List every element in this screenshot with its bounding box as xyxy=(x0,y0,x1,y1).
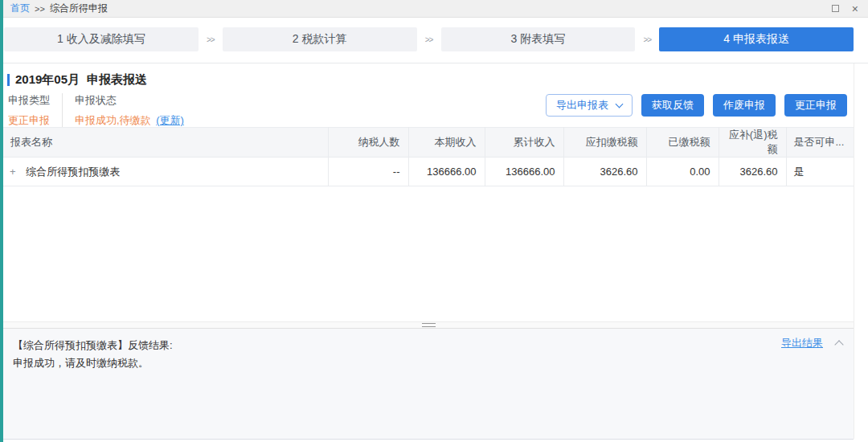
get-feedback-button[interactable]: 获取反馈 xyxy=(641,94,704,117)
close-icon[interactable]: × xyxy=(852,5,858,13)
title-accent-bar xyxy=(7,74,10,86)
collapse-panel-icon[interactable] xyxy=(834,340,843,349)
cell-refund-tax: 3626.60 xyxy=(719,158,786,186)
col-header-paid-tax: 已缴税额 xyxy=(646,128,719,158)
declare-status: 申报状态 申报成功,待缴款 (更新) xyxy=(75,93,184,128)
table-header-row: 报表名称 纳税人数 本期收入 累计收入 应扣缴税额 已缴税额 应补(退)税额 是… xyxy=(3,128,854,158)
expand-row-icon[interactable]: + xyxy=(10,166,16,178)
declare-type: 申报类型 更正申报 xyxy=(8,93,50,128)
panel-splitter[interactable] xyxy=(3,321,854,329)
splitter-grip-icon xyxy=(422,323,436,327)
page-title: 2019年05月 申报表报送 xyxy=(15,72,147,88)
declare-status-text: 申报成功,待缴款 xyxy=(75,114,151,126)
step-separator-icon: >> xyxy=(199,35,223,44)
breadcrumb: 首页 >> 综合所得申报 xyxy=(10,2,108,15)
cell-report-name: + 综合所得预扣预缴表 xyxy=(3,158,328,186)
breadcrumb-current: 综合所得申报 xyxy=(50,2,108,15)
maximize-icon[interactable] xyxy=(832,5,839,12)
step-wizard: 1 收入及减除填写 >> 2 税款计算 >> 3 附表填写 >> 4 申报表报送 xyxy=(4,27,854,51)
header-divider xyxy=(3,63,868,63)
action-toolbar: 导出申报表 获取反馈 作废申报 更正申报 xyxy=(546,94,847,117)
col-header-declarable: 是否可申... xyxy=(786,128,854,158)
cell-declarable: 是 xyxy=(786,158,854,186)
step-3-attachments[interactable]: 3 附表填写 xyxy=(441,27,636,51)
step-4-submit[interactable]: 4 申报表报送 xyxy=(659,27,854,51)
feedback-title: 【综合所得预扣预缴表】反馈结果: xyxy=(13,337,844,354)
step-separator-icon: >> xyxy=(417,35,441,44)
page-title-text: 申报表报送 xyxy=(87,72,147,88)
export-declaration-label: 导出申报表 xyxy=(556,98,608,113)
cell-taxpayer-count: -- xyxy=(328,158,408,186)
void-declaration-button[interactable]: 作废申报 xyxy=(713,94,776,117)
window-controls: × xyxy=(832,5,858,13)
col-header-withhold-tax: 应扣缴税额 xyxy=(563,128,646,158)
export-result-link[interactable]: 导出结果 xyxy=(781,336,823,350)
report-table: 报表名称 纳税人数 本期收入 累计收入 应扣缴税额 已缴税额 应补(退)税额 是… xyxy=(3,127,854,186)
correct-declaration-button[interactable]: 更正申报 xyxy=(784,94,847,117)
step-separator-icon: >> xyxy=(635,35,659,44)
cell-current-income: 136666.00 xyxy=(408,158,485,186)
declare-status-label: 申报状态 xyxy=(75,93,184,108)
left-edge-strip xyxy=(0,0,3,442)
cell-paid-tax: 0.00 xyxy=(646,158,719,186)
declare-status-value: 申报成功,待缴款 (更新) xyxy=(75,113,184,128)
refresh-status-link[interactable]: (更新) xyxy=(156,114,184,126)
feedback-message: 申报成功，请及时缴纳税款。 xyxy=(13,354,844,372)
report-name-text: 综合所得预扣预缴表 xyxy=(26,166,120,178)
breadcrumb-bar: 首页 >> 综合所得申报 × xyxy=(3,0,868,18)
feedback-actions: 导出结果 xyxy=(781,336,842,350)
breadcrumb-separator: >> xyxy=(35,4,45,14)
step-1-income[interactable]: 1 收入及减除填写 xyxy=(4,27,199,51)
scrollbar-track[interactable] xyxy=(854,63,868,439)
col-header-taxpayer-count: 纳税人数 xyxy=(328,128,408,158)
col-header-current-income: 本期收入 xyxy=(408,128,485,158)
breadcrumb-home-link[interactable]: 首页 xyxy=(10,2,30,15)
declare-type-value: 更正申报 xyxy=(8,113,50,128)
cell-withhold-tax: 3626.60 xyxy=(563,158,646,186)
section-header: 2019年05月 申报表报送 xyxy=(7,72,147,88)
col-header-total-income: 累计收入 xyxy=(485,128,563,158)
col-header-refund-tax: 应补(退)税额 xyxy=(719,128,786,158)
table-row[interactable]: + 综合所得预扣预缴表 -- 136666.00 136666.00 3626.… xyxy=(3,158,854,186)
export-declaration-button[interactable]: 导出申报表 xyxy=(546,94,633,117)
chevron-down-icon xyxy=(616,100,624,108)
cell-total-income: 136666.00 xyxy=(485,158,563,186)
feedback-panel: 【综合所得预扣预缴表】反馈结果: 申报成功，请及时缴纳税款。 导出结果 xyxy=(3,329,854,440)
period-label: 2019年05月 xyxy=(15,72,80,88)
declare-type-label: 申报类型 xyxy=(8,93,50,108)
meta-divider xyxy=(62,93,63,128)
step-2-tax-calc[interactable]: 2 税款计算 xyxy=(223,27,417,51)
declaration-meta: 申报类型 更正申报 申报状态 申报成功,待缴款 (更新) xyxy=(8,93,184,128)
app-window: 首页 >> 综合所得申报 × 1 收入及减除填写 >> 2 税款计算 >> 3 … xyxy=(0,0,868,442)
col-header-report-name: 报表名称 xyxy=(3,128,328,158)
